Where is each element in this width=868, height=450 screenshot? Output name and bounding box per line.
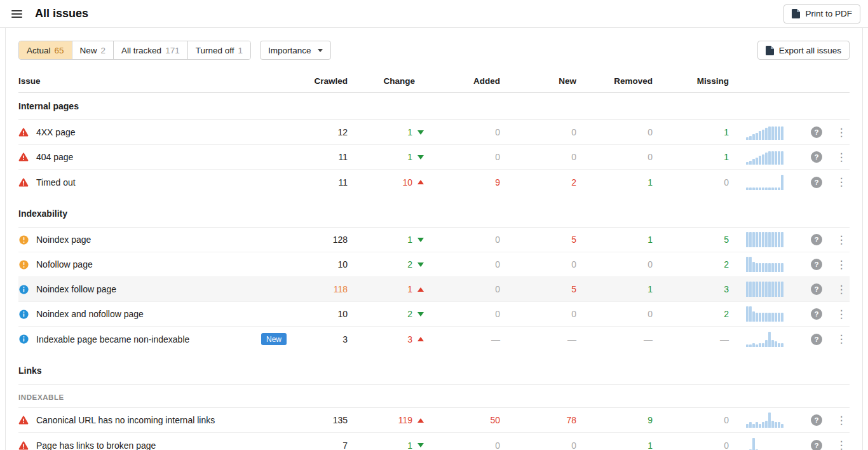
warning-circle-icon [18, 235, 29, 245]
kebab-menu-icon[interactable]: ⋮ [836, 440, 847, 450]
help-icon[interactable]: ? [811, 151, 822, 163]
missing-value: 2 [653, 259, 729, 269]
sparkline-chart [746, 257, 783, 272]
change-cell: 1 [348, 284, 424, 294]
tab-count: 1 [238, 46, 243, 55]
trend-down-icon [417, 443, 424, 447]
table-header-row: IssueCrawledChangeAddedNewRemovedMissing [18, 70, 850, 93]
help-icon[interactable]: ? [811, 283, 822, 295]
sparkline-cell [729, 282, 800, 297]
print-to-pdf-button[interactable]: Print to PDF [783, 4, 860, 24]
column-header-crawled[interactable]: Crawled [290, 76, 348, 86]
issue-row[interactable]: Page has links to broken page710010?⋮ [18, 433, 850, 450]
kebab-menu-icon[interactable]: ⋮ [836, 415, 847, 426]
crawled-value: 135 [290, 415, 348, 425]
tab-actual[interactable]: Actual65 [19, 41, 72, 59]
issue-row[interactable]: Noindex and nofollow page1020002?⋮ [18, 302, 850, 327]
issue-row[interactable]: Canonical URL has no incoming internal l… [18, 408, 850, 433]
trend-down-icon [417, 155, 424, 160]
added-value: 0 [424, 309, 500, 319]
issue-name[interactable]: Noindex and nofollow page [36, 309, 144, 319]
kebab-menu-icon[interactable]: ⋮ [836, 259, 847, 270]
issue-name[interactable]: Timed out [36, 177, 76, 188]
issue-name[interactable]: Canonical URL has no incoming internal l… [36, 415, 215, 425]
issue-name[interactable]: Nofollow page [36, 259, 93, 269]
help-icon[interactable]: ? [811, 414, 822, 426]
column-header-added[interactable]: Added [424, 76, 500, 86]
issue-name[interactable]: Noindex page [36, 235, 91, 245]
column-header-new[interactable]: New [500, 76, 576, 86]
tab-label: New [80, 46, 97, 55]
missing-value: 2 [653, 309, 729, 319]
change-value: 3 [407, 334, 412, 344]
new-value: 78 [500, 415, 576, 425]
help-icon[interactable]: ? [811, 177, 822, 188]
help-icon[interactable]: ? [811, 334, 822, 345]
kebab-menu-icon[interactable]: ⋮ [836, 235, 847, 245]
missing-value: 3 [653, 284, 729, 294]
crawled-value: 3 [290, 334, 348, 344]
issue-name[interactable]: 404 page [36, 152, 73, 162]
filter-tabs: Actual65New2All tracked171Turned off1 [18, 41, 251, 60]
issue-row[interactable]: Noindex follow page11810513?⋮ [18, 277, 850, 302]
kebab-menu-icon[interactable]: ⋮ [836, 177, 847, 188]
new-value: 2 [500, 177, 576, 188]
issue-row[interactable]: Timed out11109210?⋮ [18, 170, 850, 194]
trend-down-icon [417, 130, 424, 135]
help-icon[interactable]: ? [811, 440, 822, 450]
change-value: 1 [407, 284, 412, 294]
new-value: — [500, 334, 576, 344]
removed-value: 1 [576, 284, 653, 294]
help-icon[interactable]: ? [811, 126, 822, 138]
kebab-menu-icon[interactable]: ⋮ [836, 152, 847, 163]
kebab-menu-icon[interactable]: ⋮ [836, 127, 847, 138]
column-header-issue[interactable]: Issue [18, 76, 290, 86]
trend-down-icon [417, 312, 424, 317]
issue-name[interactable]: 4XX page [36, 127, 76, 137]
help-icon[interactable]: ? [811, 308, 822, 320]
help-cell: ? [800, 177, 833, 188]
tab-label: Actual [27, 46, 51, 55]
crawled-value: 10 [290, 309, 348, 319]
help-icon[interactable]: ? [811, 259, 822, 270]
issue-row[interactable]: Indexable page became non-indexableNew33… [18, 327, 850, 351]
tab-new[interactable]: New2 [72, 41, 114, 59]
removed-value: 0 [576, 309, 653, 319]
sparkline-chart [746, 438, 783, 450]
trend-up-icon [417, 287, 424, 292]
issue-name[interactable]: Page has links to broken page [36, 440, 156, 450]
warning-circle-icon [18, 260, 29, 269]
removed-value: 0 [576, 152, 653, 162]
change-value: 1 [407, 127, 412, 137]
kebab-cell: ⋮ [833, 152, 850, 163]
issues-table-body: Internal pages4XX page1210001?⋮404 page1… [18, 93, 850, 450]
help-icon[interactable]: ? [811, 234, 822, 245]
tab-label: Turned off [196, 46, 234, 55]
section-title: Links [18, 351, 850, 385]
issue-cell: 404 page [18, 152, 290, 162]
tab-turned-off[interactable]: Turned off1 [188, 41, 250, 59]
hamburger-menu-icon[interactable] [9, 8, 25, 20]
kebab-menu-icon[interactable]: ⋮ [836, 334, 847, 344]
importance-dropdown[interactable]: Importance [260, 41, 331, 60]
issue-row[interactable]: Nofollow page1020002?⋮ [18, 252, 850, 277]
toolbar: Actual65New2All tracked171Turned off1 Im… [18, 41, 850, 60]
tab-all-tracked[interactable]: All tracked171 [114, 41, 188, 59]
column-header-removed[interactable]: Removed [576, 76, 653, 86]
issue-row[interactable]: 404 page1110001?⋮ [18, 145, 850, 170]
export-all-issues-button[interactable]: Export all issues [757, 41, 850, 60]
issue-row[interactable]: 4XX page1210001?⋮ [18, 120, 850, 145]
help-cell: ? [800, 151, 833, 163]
help-cell: ? [800, 414, 833, 426]
kebab-menu-icon[interactable]: ⋮ [836, 309, 847, 320]
column-header-missing[interactable]: Missing [653, 76, 729, 86]
issue-name[interactable]: Noindex follow page [36, 284, 116, 294]
added-value: 0 [424, 152, 500, 162]
issue-cell: Timed out [18, 177, 290, 188]
issue-row[interactable]: Noindex page12810515?⋮ [18, 228, 850, 252]
missing-value: 0 [653, 177, 729, 188]
kebab-menu-icon[interactable]: ⋮ [836, 284, 847, 295]
issue-cell: 4XX page [18, 127, 290, 137]
issue-name[interactable]: Indexable page became non-indexable [36, 334, 189, 344]
column-header-change[interactable]: Change [348, 76, 424, 86]
